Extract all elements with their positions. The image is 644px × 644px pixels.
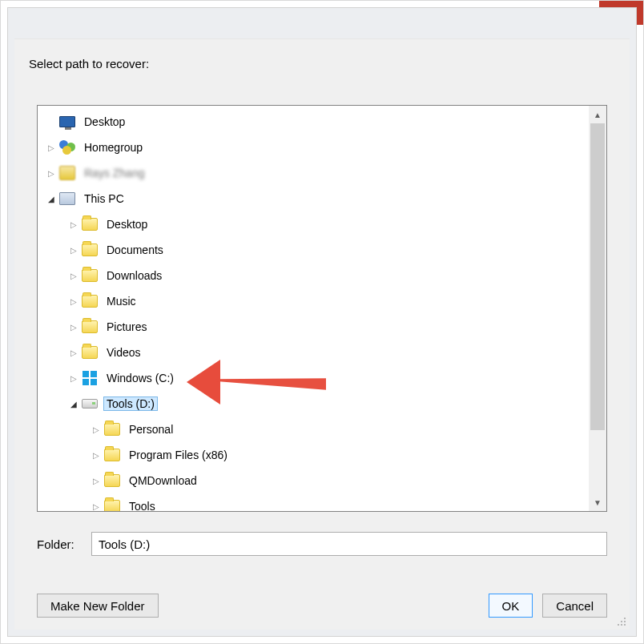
expand-icon[interactable]: ▷ [68,321,79,332]
tree-item-label: Pictures [103,320,151,334]
desktop-icon [58,114,76,130]
folder-icon [81,268,99,284]
tree-item[interactable]: ▷Windows (C:) [38,365,589,391]
resize-grip[interactable] [617,617,626,626]
tree-item-label: Music [103,294,139,308]
scroll-track[interactable] [589,123,606,493]
collapse-icon[interactable]: ◢ [68,398,79,409]
tree-item[interactable]: ▷Music [38,288,589,314]
expand-icon[interactable]: ▷ [68,296,79,307]
folder-icon [81,319,99,335]
folder-icon [103,473,121,489]
tree-item[interactable]: ▷Downloads [38,263,589,288]
expand-icon[interactable]: ▷ [68,372,79,384]
tree-item[interactable]: ◢This PC [38,186,589,211]
expand-icon[interactable]: ▷ [68,219,79,230]
scroll-down-button[interactable]: ▼ [589,493,606,511]
tree-item[interactable]: Desktop [38,109,589,135]
expand-icon[interactable]: ▷ [68,270,79,281]
user-folder-icon [58,165,76,181]
expand-icon[interactable]: ▷ [68,347,79,358]
ok-button[interactable]: OK [489,594,533,618]
dialog-body: Select path to recover: Desktop▷Homegrou… [14,38,630,630]
tree-item-label: Rays Zhang [81,166,147,180]
folder-icon [81,216,99,232]
prompt-label: Select path to recover: [29,57,149,70]
tree-item-label: Windows (C:) [103,371,177,385]
tree-item-label: QMDownload [126,473,200,488]
expand-icon[interactable]: ▷ [68,244,79,256]
tree-item-label: Program Files (x86) [126,448,231,462]
drive-icon [81,396,99,412]
tree-item[interactable]: ▷Tools [38,493,589,511]
expand-icon[interactable]: ▷ [91,501,102,511]
folder-icon [103,498,121,511]
folder-field-label: Folder: [37,537,91,551]
windows-drive-icon [81,370,99,386]
tree-item-label: Downloads [103,268,165,283]
tree-item-label: This PC [81,191,127,206]
expand-icon[interactable]: ▷ [46,142,57,153]
browse-folder-dialog: Browse For Folder ✕ Select path to recov… [0,0,644,644]
folder-tree-container: Desktop▷Homegroup▷Rays Zhang◢This PC▷Des… [37,105,607,512]
tree-item-label: Personal [126,422,176,437]
expand-icon[interactable]: ▷ [91,449,102,461]
expand-icon[interactable]: ▷ [91,424,102,435]
this-pc-icon [58,191,76,207]
button-row: Make New Folder OK Cancel [37,593,607,618]
folder-name-input[interactable] [91,532,607,556]
tree-item[interactable]: ▷QMDownload [38,468,589,493]
folder-field-row: Folder: [37,531,607,557]
folder-icon [103,447,121,463]
tree-item-label: Desktop [103,217,151,231]
collapse-icon[interactable]: ◢ [46,193,57,204]
tree-item-label: Videos [103,345,144,360]
homegroup-icon [58,139,76,155]
tree-item[interactable]: ▷Homegroup [38,135,589,160]
tree-item-label: Desktop [81,115,128,129]
tree-item-label: Tools [126,499,159,511]
tree-item[interactable]: ▷Program Files (x86) [38,442,589,468]
tree-item[interactable]: ▷Videos [38,340,589,365]
tree-item[interactable]: ▷Desktop [38,211,589,237]
cancel-button[interactable]: Cancel [542,594,607,618]
folder-icon [81,344,99,360]
expand-icon[interactable]: ▷ [91,475,102,486]
expander-placeholder [46,116,57,127]
scrollbar[interactable]: ▲ ▼ [589,106,606,511]
tree-item[interactable]: ▷Documents [38,237,589,263]
expand-icon[interactable]: ▷ [46,167,57,179]
scroll-thumb[interactable] [590,123,605,430]
scroll-up-button[interactable]: ▲ [589,106,606,123]
make-new-folder-button[interactable]: Make New Folder [37,594,159,618]
tree-item-label: Tools (D:) [103,396,158,411]
tree-item-label: Documents [103,243,167,257]
tree-item[interactable]: ▷Personal [38,417,589,442]
folder-icon [81,242,99,258]
folder-icon [81,293,99,309]
tree-item[interactable]: ◢Tools (D:) [38,391,589,417]
folder-icon [103,421,121,437]
tree-item-label: Homegroup [81,140,146,155]
folder-tree[interactable]: Desktop▷Homegroup▷Rays Zhang◢This PC▷Des… [38,106,589,511]
tree-item[interactable]: ▷Pictures [38,314,589,340]
tree-item[interactable]: ▷Rays Zhang [38,160,589,186]
dialog-body-frame: Select path to recover: Desktop▷Homegrou… [7,7,637,637]
